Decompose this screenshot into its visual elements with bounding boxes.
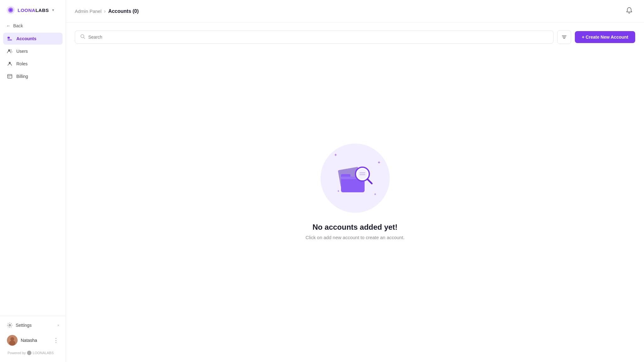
topbar: Admin Panel › Accounts (0) (66, 0, 644, 23)
billing-icon (7, 74, 13, 79)
accounts-icon (7, 36, 13, 41)
svg-point-7 (9, 62, 11, 64)
breadcrumb: Admin Panel › Accounts (0) (75, 8, 139, 14)
logo-labs-text: LABS (36, 8, 49, 13)
avatar (7, 335, 18, 346)
svg-rect-8 (8, 74, 12, 78)
user-row[interactable]: Natasha ⋮ (3, 332, 63, 348)
svg-point-15 (81, 35, 84, 38)
create-btn-label: + Create New Account (582, 35, 628, 40)
sidebar-bottom: Settings › Natasha ⋮ Powered by LOONALAB… (0, 316, 66, 362)
svg-point-25 (357, 169, 367, 179)
sidebar-item-roles[interactable]: Roles (3, 58, 63, 70)
sparkle-2: ✦ (377, 160, 381, 165)
sidebar-item-roles-label: Roles (16, 61, 28, 66)
logo-loona-text: LOONA (18, 8, 36, 13)
filter-button[interactable] (557, 30, 571, 44)
users-icon (7, 48, 13, 54)
sidebar-nav: Accounts Users Roles (0, 31, 66, 316)
svg-line-16 (84, 37, 85, 39)
sidebar: LOONALABS ▾ ← Back Accounts (0, 0, 66, 362)
sidebar-item-accounts-label: Accounts (16, 36, 36, 41)
back-button[interactable]: ← Back (0, 20, 66, 31)
bell-icon (626, 7, 633, 14)
user-name: Natasha (21, 338, 50, 343)
topbar-right (623, 4, 635, 18)
notification-button[interactable] (623, 4, 635, 18)
content-area: + Create New Account ✦ ✦ ✦ ✦ (66, 23, 644, 362)
search-box[interactable] (75, 30, 553, 44)
empty-illustration: ✦ ✦ ✦ ✦ (321, 144, 390, 213)
logo-chevron-icon: ▾ (52, 8, 54, 12)
empty-title: No accounts added yet! (312, 223, 398, 232)
svg-point-5 (8, 49, 10, 51)
powered-logo-icon (27, 351, 31, 355)
svg-rect-4 (8, 39, 12, 41)
search-input[interactable] (88, 35, 548, 40)
sidebar-item-users[interactable]: Users (3, 45, 63, 57)
settings-icon (7, 322, 13, 328)
sparkle-1: ✦ (334, 152, 338, 157)
user-menu-icon[interactable]: ⋮ (53, 337, 59, 344)
settings-label: Settings (16, 323, 32, 328)
svg-point-2 (9, 9, 12, 11)
sparkle-4: ✦ (374, 192, 377, 196)
svg-point-11 (9, 325, 11, 326)
roles-icon (7, 61, 13, 67)
search-icon (80, 34, 85, 40)
svg-point-6 (10, 49, 12, 51)
toolbar: + Create New Account (75, 30, 635, 44)
svg-rect-3 (8, 37, 10, 39)
empty-state: ✦ ✦ ✦ ✦ (75, 54, 635, 354)
logo[interactable]: LOONALABS ▾ (0, 0, 66, 20)
logo-icon (6, 6, 15, 14)
main-content: Admin Panel › Accounts (0) (66, 0, 644, 362)
create-new-account-button[interactable]: + Create New Account (575, 31, 635, 43)
sidebar-item-billing[interactable]: Billing (3, 70, 63, 82)
powered-by-text: Powered by (8, 351, 26, 355)
sidebar-item-users-label: Users (16, 49, 28, 54)
powered-by: Powered by LOONALABS (3, 348, 63, 359)
breadcrumb-current: Accounts (0) (108, 8, 139, 14)
breadcrumb-separator: › (104, 8, 106, 14)
svg-line-26 (367, 179, 372, 184)
sparkle-3: ✦ (337, 189, 340, 193)
settings-chevron-icon: › (58, 323, 59, 327)
back-arrow-icon: ← (6, 23, 11, 28)
svg-point-13 (10, 337, 14, 341)
settings-item[interactable]: Settings › (3, 319, 63, 331)
sidebar-item-billing-label: Billing (16, 74, 28, 79)
no-results-illustration (335, 161, 376, 195)
breadcrumb-parent: Admin Panel (75, 8, 102, 14)
sidebar-item-accounts[interactable]: Accounts (3, 33, 63, 45)
empty-subtitle: Click on add new account to create an ac… (305, 235, 405, 240)
filter-icon (561, 34, 567, 40)
powered-brand-text: LOONALABS (33, 351, 54, 355)
back-label: Back (13, 23, 23, 28)
svg-point-14 (9, 341, 15, 346)
